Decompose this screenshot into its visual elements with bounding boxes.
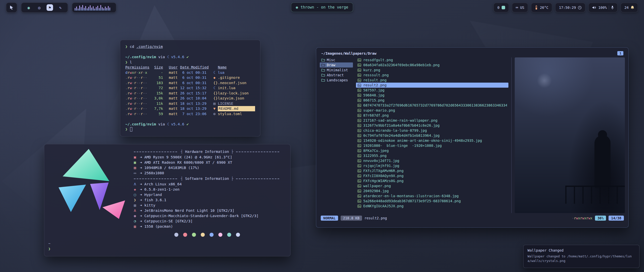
file-name: README.md — [218, 106, 255, 111]
file-row[interactable]: FXfcHgcWIAMzs0G.png — [356, 178, 508, 183]
file-row[interactable]: 19201080-__blue-tinge__-1920×1080.jpg — [356, 143, 508, 148]
palette-dot — [174, 233, 178, 237]
file-row[interactable]: 5a266e448add93deab367d87173e9f25-6837886… — [356, 198, 508, 203]
prompt-line[interactable]: ❯ — [125, 127, 255, 132]
file-row[interactable]: 8FKa7Cu.jpeg — [356, 148, 508, 153]
clock-widget[interactable]: 17:50:29 — [555, 3, 585, 12]
command-line-1: ❯ cd .config/nvim — [125, 44, 255, 49]
sidebar-item-minimalist[interactable]: Minimalist — [320, 67, 353, 73]
file-name: 0c794faf07de24a4db4d4fb1eb813964.jpg — [363, 133, 439, 138]
memory-icon: ▤ — [134, 165, 140, 171]
quicklaunch-chat-button[interactable]: ◎ — [36, 4, 43, 11]
terminal-window-nvim[interactable]: ❯ cd .config/nvim ~/.config/nvim via ☾ v… — [120, 40, 260, 137]
tab-badge[interactable]: 1 — [617, 51, 623, 55]
software-lines: Λ➜Arch Linux x86_64◈➜6.5.8-zen1-1-zen▢➜H… — [134, 182, 280, 229]
volume-widget[interactable]: 100% — [588, 3, 618, 12]
visualizer-bar — [78, 9, 78, 11]
file-permissions: .rw-r--r-- — [125, 111, 151, 117]
file-user: matt — [163, 91, 178, 96]
visualizer-bar — [96, 7, 97, 11]
file-row[interactable]: 68747470733a2f2f696d616765732d7769786d70… — [356, 103, 508, 108]
file-row[interactable]: 0c794faf07de24a4db4d4fb1eb813964.jpg — [356, 133, 508, 138]
file-date: 18 oct 13:29 — [178, 101, 211, 106]
palette-dot — [218, 233, 222, 237]
image-file-icon — [357, 134, 361, 137]
fetch-prompt[interactable]: ~ ❯ — [48, 241, 51, 252]
file-row[interactable]: 87r687df.png — [356, 113, 508, 118]
file-row[interactable]: 20492984.jpg — [356, 188, 508, 193]
file-name: 20492984.jpg — [363, 189, 389, 193]
notifications-widget[interactable]: 24 — [621, 3, 638, 12]
file-row[interactable]: 217167-sad-anime-rain-wallpaper.png — [356, 118, 508, 123]
palette-dot — [236, 233, 240, 237]
image-file-icon — [357, 159, 361, 162]
sidebar-item-draw[interactable]: Draw — [320, 62, 353, 67]
file-row[interactable]: result2.png — [356, 83, 508, 88]
file-manager-header: ~/Imagenes/Wallpapers/Draw 1 — [320, 51, 625, 57]
file-row[interactable]: nnvuv0xj2df71.jpg — [356, 158, 508, 163]
file-row[interactable]: 587597.jpg — [356, 88, 508, 93]
palette-dot — [192, 233, 196, 237]
file-row[interactable]: kurz.png — [356, 67, 508, 73]
sidebar-item-abstract[interactable]: Abstract — [320, 73, 353, 78]
visualizer-bar — [109, 8, 110, 11]
updates-widget[interactable]: 0 — [494, 3, 509, 12]
volume-value: 100% — [598, 6, 607, 10]
quicklaunch-browser-button[interactable]: ◉ — [25, 4, 32, 11]
listing-row: .rw-r--r--11kmatt18 oct 13:29▤LICENSE — [125, 101, 255, 106]
file-name: 08a634fa02a32364f69ebc86a98eb1eb.png — [363, 63, 439, 67]
quicklaunch-flag-button[interactable]: ⚑ — [47, 4, 53, 11]
file-size: 3,0k — [151, 96, 163, 101]
file-row[interactable]: resssult.png — [356, 73, 508, 78]
launcher-button[interactable] — [6, 3, 17, 13]
file-row[interactable]: re1sult.png — [356, 78, 508, 83]
file-row[interactable]: FXfcII0X0AQyn9X.png — [356, 173, 508, 178]
keyboard-layout-widget[interactable]: ⌨ US — [512, 3, 528, 12]
image-file-icon — [357, 79, 361, 82]
font-value: JetBrainsMono Nerd Font Light 10 [GTK2/3… — [144, 208, 234, 213]
file-list: ressdfgult.png08a634fa02a32364f69ebc86a9… — [356, 57, 508, 213]
lua-version: v5.4.6 — [171, 122, 184, 127]
file-row[interactable]: ressdfgult.png — [356, 57, 508, 62]
quicklaunch-notes-button[interactable]: ✎ — [57, 4, 64, 11]
image-file-icon — [357, 199, 361, 203]
prompt-symbol: ❯ — [125, 127, 128, 132]
file-row[interactable]: rsjqojlmjhf91.jpg — [356, 163, 508, 168]
temperature-widget[interactable]: 26°C — [531, 3, 552, 12]
file-position-badge: 14/38 — [609, 216, 624, 221]
file-manager-window[interactable]: ~/Imagenes/Wallpapers/Draw 1 MiscDrawMin… — [316, 47, 629, 228]
file-row[interactable]: atardecer-en-la-montanas-ilustracion-634… — [356, 193, 508, 198]
notification-toast[interactable]: Wallpaper Changed Wallpaper changed to /… — [523, 245, 639, 268]
quicklaunch-group: ◉◎⚑✎ — [21, 3, 68, 13]
file-row[interactable]: 866715.png — [356, 98, 508, 103]
mode-badge: NORMAL — [321, 216, 338, 221]
arrow-icon: ➜ — [140, 192, 142, 197]
pane-divider — [511, 57, 512, 213]
status-bar: NORMAL 218.8 KB result2.png -rwxrwxrwx 3… — [320, 215, 625, 222]
sidebar-item-landscapes[interactable]: Landscapes — [320, 78, 353, 83]
file-row[interactable]: 3122955.png — [356, 153, 508, 158]
sidebar-item-misc[interactable]: Misc — [320, 57, 353, 62]
file-row[interactable]: 154928-odinokoe_anime-art-anime-okno-sin… — [356, 138, 508, 143]
file-row[interactable]: EeNKYgIUcAAJ5JX.png — [356, 203, 508, 209]
visualizer-bar — [76, 7, 77, 11]
file-row[interactable]: 08a634fa02a32364f69ebc86a98eb1eb.png — [356, 62, 508, 67]
via-label: via — [158, 54, 165, 60]
file-size: 72 — [151, 85, 163, 91]
music-widget[interactable]: ◉ thrown - on the verge — [291, 3, 353, 12]
prompt-symbol: ❯ — [125, 60, 128, 65]
file-row[interactable]: chica-mirando-la-luna-8799.jpg — [356, 128, 508, 133]
fetch-terminal-window[interactable]: Hardware Information ▣➜AMD Ryzen 9 5900X… — [44, 144, 291, 256]
memory-value: 10948MiB / 64183MiB (17%) — [144, 165, 199, 171]
lua-icon: ☾ — [167, 122, 169, 127]
folder-name: Draw — [327, 63, 335, 67]
temperature-value: 26°C — [540, 6, 548, 10]
file-row[interactable]: 596848.jpg — [356, 93, 508, 98]
palette-dot — [227, 233, 231, 237]
file-row[interactable]: 3126f7e9bbf21a8a4af0b67b041c6e26.jpg — [356, 123, 508, 128]
file-row[interactable]: wallpaper.png — [356, 183, 508, 188]
visualizer-bar — [105, 7, 106, 11]
file-row[interactable]: super-mario.png — [356, 108, 508, 113]
file-row[interactable]: FXfcJlTXgAMvH6R.png — [356, 168, 508, 173]
file-date: 18 oct 13:29 — [178, 106, 211, 111]
